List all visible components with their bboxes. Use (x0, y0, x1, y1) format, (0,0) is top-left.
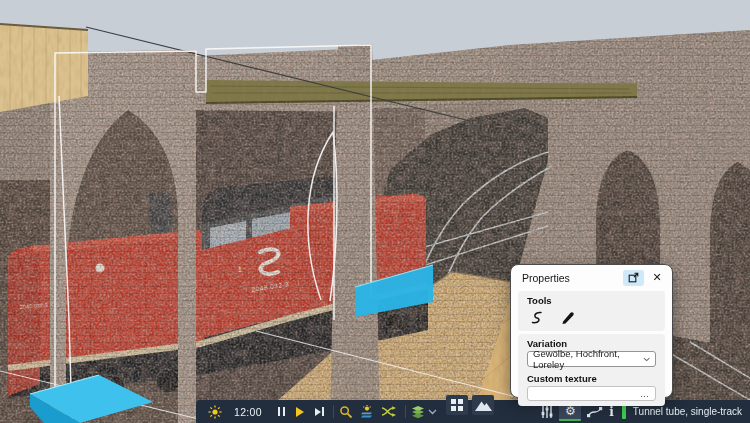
environment-sun-layers-icon[interactable] (360, 400, 374, 423)
gear-icon: ⚙ (565, 405, 576, 417)
tools-label: Tools (527, 295, 656, 306)
editor-window: 1 2048 032-3 2048 032-3 (0, 0, 750, 423)
popout-button[interactable] (623, 270, 644, 286)
divider (333, 405, 334, 418)
custom-texture-input[interactable]: … (527, 386, 656, 401)
zoom-search-icon[interactable] (339, 400, 353, 423)
layout-grid-button[interactable] (446, 395, 468, 415)
grid-icon (451, 399, 463, 411)
properties-panel: Properties ✕ Tools Variation (510, 264, 673, 398)
terrain-button[interactable] (472, 395, 494, 415)
mountain-icon (475, 399, 492, 411)
skip-button[interactable] (315, 400, 324, 423)
panel-header: Properties ✕ (511, 265, 672, 288)
panel-title: Properties (522, 272, 623, 284)
variation-section: Variation Gewölbe, Hochfront, Loreley Cu… (518, 334, 665, 406)
layers-stack-icon[interactable] (411, 400, 425, 423)
info-icon[interactable]: i (609, 405, 614, 419)
sun-daylight-icon[interactable] (208, 400, 222, 423)
divider (405, 405, 406, 418)
browse-ellipsis-button[interactable]: … (640, 389, 650, 399)
pencil-tool[interactable] (560, 310, 576, 326)
tools-section: Tools (518, 291, 665, 331)
spline-draw-tool[interactable] (529, 310, 545, 326)
close-icon: ✕ (652, 271, 661, 284)
play-button[interactable] (296, 407, 304, 417)
custom-texture-label: Custom texture (527, 373, 656, 384)
status-text: Tunnel tube, single-track (633, 406, 742, 417)
time-display: 12:00 (234, 400, 262, 423)
variation-value: Gewölbe, Hochfront, Loreley (533, 348, 643, 370)
chevron-down-icon (643, 357, 650, 362)
popout-icon (628, 272, 639, 283)
chevron-down-icon[interactable] (428, 400, 437, 423)
pause-button[interactable] (278, 400, 286, 423)
shuffle-routes-icon[interactable] (381, 400, 396, 423)
close-button[interactable]: ✕ (649, 270, 665, 286)
tools-row (527, 309, 656, 326)
variation-dropdown[interactable]: Gewölbe, Hochfront, Loreley (527, 351, 656, 367)
status-indicator (622, 405, 626, 419)
